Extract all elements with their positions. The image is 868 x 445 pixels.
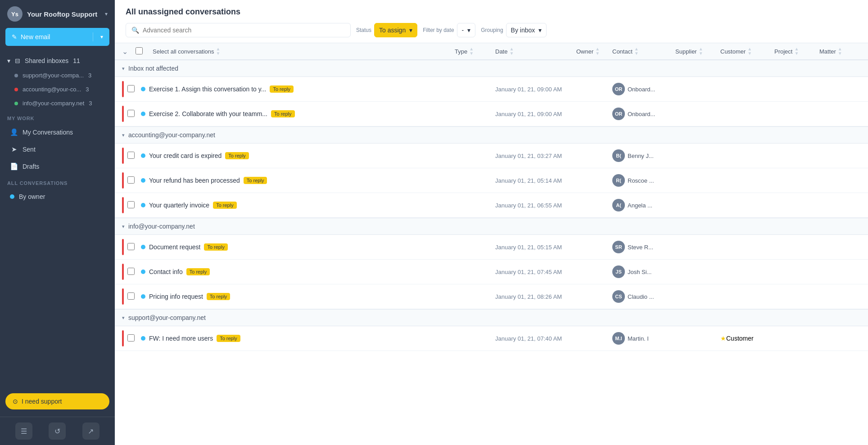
- group-chevron-icon: ▾: [122, 224, 125, 229]
- select-all-input[interactable]: [136, 47, 143, 54]
- row-checkbox[interactable]: [127, 268, 141, 276]
- table-row[interactable]: Exercise 1. Assign this conversation to …: [115, 77, 868, 102]
- status-select[interactable]: To assign ▾: [374, 23, 417, 37]
- date-filter: Filter by date - ▾: [423, 23, 475, 37]
- date-cell: January 01, 21, 09:00 AM: [492, 111, 573, 117]
- table-header: ⌄ Select all conversations ▲▼ Type ▲▼ Da…: [115, 43, 868, 60]
- group-header[interactable]: ▾ info@your-company.net: [115, 218, 868, 235]
- main-header: All unassigned conversations 🔍 Status To…: [115, 0, 868, 43]
- support-button[interactable]: ⊙ I need support: [5, 393, 109, 409]
- sidebar-item-support-inbox[interactable]: support@your-compa... 3: [0, 68, 115, 82]
- row-checkbox-input[interactable]: [127, 292, 135, 300]
- status-badge: To reply: [225, 152, 249, 159]
- status-filter: Status To assign ▾: [356, 23, 417, 37]
- draft-icon: 📄: [10, 162, 18, 171]
- table-row[interactable]: Your refund has been processed To reply …: [115, 168, 868, 193]
- inbox-count: 3: [86, 86, 89, 93]
- table-row[interactable]: Pricing info request To reply January 01…: [115, 284, 868, 309]
- conversation-subject: Pricing info request To reply: [149, 293, 451, 300]
- contact-name: Josh Si...: [628, 269, 651, 275]
- status-badge: To reply: [271, 110, 295, 117]
- supplier-column-header[interactable]: Supplier ▲▼: [672, 47, 717, 56]
- group-header[interactable]: ▾ support@your-company.net: [115, 309, 868, 326]
- row-checkbox[interactable]: [127, 201, 141, 210]
- table-row[interactable]: Your credit card is expired To reply Jan…: [115, 144, 868, 168]
- table-row[interactable]: Exercise 2. Collaborate with your teamm.…: [115, 102, 868, 126]
- sidebar-item-sent[interactable]: ➤ Sent: [3, 141, 112, 157]
- row-checkbox[interactable]: [127, 334, 141, 343]
- table-row[interactable]: Your quarterly invoice To reply January …: [115, 193, 868, 218]
- sidebar-item-info-inbox[interactable]: info@your-company.net 3: [0, 96, 115, 110]
- stats-icon[interactable]: ↗: [82, 423, 99, 440]
- row-checkbox[interactable]: [127, 85, 141, 94]
- customer-column-header[interactable]: Customer ▲▼: [717, 47, 771, 56]
- search-input[interactable]: [143, 27, 345, 34]
- row-checkbox-input[interactable]: [127, 334, 135, 342]
- date-cell: January 01, 21, 05:14 AM: [492, 177, 573, 184]
- project-column-header[interactable]: Project ▲▼: [771, 47, 816, 56]
- collapse-all-icon[interactable]: ⌄: [122, 47, 136, 56]
- search-icon: 🔍: [131, 27, 139, 34]
- customer-label: Customer: [726, 335, 754, 342]
- contact-avatar: B(: [612, 149, 625, 162]
- select-all-checkbox[interactable]: [136, 47, 149, 56]
- sidebar-item-my-conversations[interactable]: 👤 My Conversations: [3, 124, 112, 140]
- row-checkbox-input[interactable]: [127, 176, 135, 184]
- my-conversations-label: My Conversations: [23, 129, 105, 136]
- inbox-dot-gray: [14, 74, 18, 77]
- contact-cell: CS Claudio ...: [609, 290, 672, 303]
- priority-indicator: [122, 106, 124, 122]
- row-checkbox[interactable]: [127, 176, 141, 185]
- date-cell: January 01, 21, 09:00 AM: [492, 86, 573, 93]
- date-select[interactable]: - ▾: [457, 23, 476, 37]
- table-row[interactable]: Contact info To reply January 01, 21, 07…: [115, 260, 868, 284]
- inbox-dot-green: [14, 102, 18, 105]
- grouping-select[interactable]: By inbox ▾: [506, 23, 547, 37]
- group-header[interactable]: ▾ Inbox not affected: [115, 60, 868, 77]
- subject-text: Your quarterly invoice: [149, 202, 209, 209]
- contact-avatar: OR: [612, 108, 625, 120]
- dashboard-icon[interactable]: ☰: [15, 423, 32, 440]
- subject-text: FW: I need more users: [149, 335, 213, 342]
- new-email-button[interactable]: ✎ New email ▾: [5, 28, 109, 46]
- row-checkbox-input[interactable]: [127, 268, 135, 275]
- date-cell: January 01, 21, 03:27 AM: [492, 153, 573, 159]
- grouping-chevron-icon: ▾: [538, 27, 542, 34]
- row-checkbox-input[interactable]: [127, 152, 135, 159]
- chevron-down-icon: ▾: [105, 11, 108, 17]
- row-checkbox-input[interactable]: [127, 201, 135, 208]
- contact-name: Martin. I: [628, 335, 649, 342]
- sidebar-item-by-owner[interactable]: By owner: [3, 189, 112, 204]
- contact-cell: B( Benny J...: [609, 149, 672, 162]
- search-box[interactable]: 🔍: [126, 23, 351, 37]
- grouping-value: By inbox: [511, 27, 535, 34]
- row-checkbox[interactable]: [127, 110, 141, 118]
- sidebar-item-accounting-inbox[interactable]: accounting@your-co... 3: [0, 82, 115, 96]
- owner-column-header[interactable]: Owner ▲▼: [573, 47, 609, 56]
- row-checkbox-input[interactable]: [127, 243, 135, 250]
- group-header[interactable]: ▾ accounting@your-company.net: [115, 126, 868, 144]
- history-icon[interactable]: ↺: [49, 423, 66, 440]
- row-checkbox[interactable]: [127, 292, 141, 301]
- type-column-header[interactable]: Type ▲▼: [451, 47, 492, 56]
- contact-avatar: OR: [612, 83, 625, 95]
- sort-icon: ▲▼: [747, 47, 752, 56]
- table-row[interactable]: Document request To reply January 01, 21…: [115, 235, 868, 260]
- row-checkbox-input[interactable]: [127, 110, 135, 117]
- matter-column-header[interactable]: Matter ▲▼: [816, 47, 861, 56]
- chevron-icon: ▾: [7, 57, 10, 64]
- row-checkbox-input[interactable]: [127, 85, 135, 92]
- help-icon: ⊙: [13, 398, 18, 405]
- date-column-header[interactable]: Date ▲▼: [492, 47, 573, 56]
- table-row[interactable]: FW: I need more users To reply January 0…: [115, 326, 868, 351]
- sidebar-header[interactable]: Ys Your Rooftop Support ▾: [0, 0, 115, 28]
- contact-column-header[interactable]: Contact ▲▼: [609, 47, 672, 56]
- row-checkbox[interactable]: [127, 243, 141, 252]
- shared-inboxes-header[interactable]: ▾ ⊟ Shared inboxes 11: [0, 53, 115, 68]
- unread-dot: [141, 270, 145, 274]
- conversation-subject: Your credit card is expired To reply: [149, 152, 451, 159]
- row-checkbox[interactable]: [127, 152, 141, 160]
- priority-indicator: [122, 81, 124, 97]
- subject-column-header[interactable]: Select all conversations ▲▼: [149, 47, 451, 56]
- sidebar-item-drafts[interactable]: 📄 Drafts: [3, 158, 112, 175]
